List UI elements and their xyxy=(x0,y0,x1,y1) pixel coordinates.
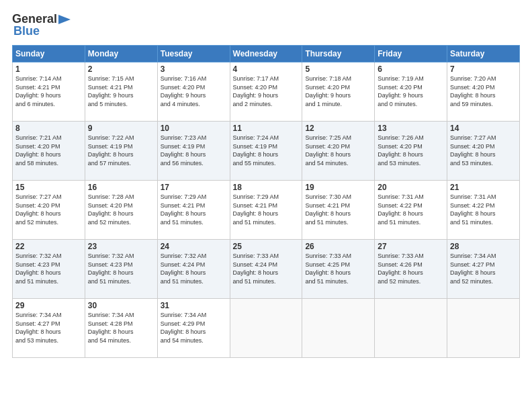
day-info: Sunrise: 7:29 AMSunset: 4:21 PMDaylight:… xyxy=(233,193,300,226)
day-number: 5 xyxy=(305,64,371,74)
page-header: General Blue xyxy=(12,12,520,38)
day-number: 28 xyxy=(450,242,517,251)
day-number: 1 xyxy=(15,64,82,74)
calendar-day-3: 3Sunrise: 7:16 AMSunset: 4:20 PMDaylight… xyxy=(157,62,230,122)
calendar-day-11: 11Sunrise: 7:24 AMSunset: 4:19 PMDayligh… xyxy=(230,122,302,181)
svg-marker-0 xyxy=(58,15,71,24)
day-info: Sunrise: 7:32 AMSunset: 4:24 PMDaylight:… xyxy=(161,252,227,285)
day-info: Sunrise: 7:26 AMSunset: 4:20 PMDaylight:… xyxy=(378,134,444,167)
calendar-day-17: 17Sunrise: 7:29 AMSunset: 4:21 PMDayligh… xyxy=(157,181,230,240)
day-info: Sunrise: 7:32 AMSunset: 4:23 PMDaylight:… xyxy=(15,252,82,285)
calendar-day-20: 20Sunrise: 7:31 AMSunset: 4:22 PMDayligh… xyxy=(375,181,447,240)
calendar-day-4: 4Sunrise: 7:17 AMSunset: 4:20 PMDaylight… xyxy=(230,62,302,122)
calendar-week-row: 8Sunrise: 7:21 AMSunset: 4:20 PMDaylight… xyxy=(13,122,520,181)
day-info: Sunrise: 7:31 AMSunset: 4:22 PMDaylight:… xyxy=(378,193,444,226)
day-number: 12 xyxy=(305,124,371,133)
calendar-empty-cell xyxy=(375,299,447,358)
calendar-day-10: 10Sunrise: 7:23 AMSunset: 4:19 PMDayligh… xyxy=(157,122,230,181)
day-number: 2 xyxy=(88,64,154,74)
calendar-day-7: 7Sunrise: 7:20 AMSunset: 4:20 PMDaylight… xyxy=(447,62,520,122)
col-header-friday: Friday xyxy=(375,46,447,62)
calendar-day-25: 25Sunrise: 7:33 AMSunset: 4:24 PMDayligh… xyxy=(230,240,302,299)
day-info: Sunrise: 7:19 AMSunset: 4:20 PMDaylight:… xyxy=(378,75,444,108)
day-number: 24 xyxy=(161,242,227,251)
day-info: Sunrise: 7:23 AMSunset: 4:19 PMDaylight:… xyxy=(161,134,227,167)
day-info: Sunrise: 7:15 AMSunset: 4:21 PMDaylight:… xyxy=(88,75,154,108)
day-number: 27 xyxy=(378,242,444,251)
day-number: 3 xyxy=(161,64,227,74)
col-header-saturday: Saturday xyxy=(447,46,520,62)
calendar-day-16: 16Sunrise: 7:28 AMSunset: 4:20 PMDayligh… xyxy=(85,181,157,240)
day-info: Sunrise: 7:31 AMSunset: 4:22 PMDaylight:… xyxy=(450,193,517,226)
day-info: Sunrise: 7:30 AMSunset: 4:21 PMDaylight:… xyxy=(305,193,371,226)
col-header-wednesday: Wednesday xyxy=(230,46,302,62)
day-number: 13 xyxy=(378,124,444,133)
calendar-day-1: 1Sunrise: 7:14 AMSunset: 4:21 PMDaylight… xyxy=(13,62,85,122)
logo: General Blue xyxy=(12,12,72,38)
day-number: 6 xyxy=(378,64,444,74)
day-number: 30 xyxy=(88,301,154,310)
day-info: Sunrise: 7:27 AMSunset: 4:20 PMDaylight:… xyxy=(450,134,517,167)
calendar-week-row: 1Sunrise: 7:14 AMSunset: 4:21 PMDaylight… xyxy=(13,62,520,122)
day-number: 31 xyxy=(161,301,227,310)
day-number: 26 xyxy=(305,242,371,251)
calendar-day-8: 8Sunrise: 7:21 AMSunset: 4:20 PMDaylight… xyxy=(13,122,85,181)
day-info: Sunrise: 7:25 AMSunset: 4:20 PMDaylight:… xyxy=(305,134,371,167)
page-container: General Blue SundayMondayTuesdayWednesda… xyxy=(0,0,532,411)
day-info: Sunrise: 7:29 AMSunset: 4:21 PMDaylight:… xyxy=(161,193,227,226)
day-number: 11 xyxy=(233,124,300,133)
calendar-day-31: 31Sunrise: 7:34 AMSunset: 4:29 PMDayligh… xyxy=(157,299,230,358)
day-info: Sunrise: 7:34 AMSunset: 4:27 PMDaylight:… xyxy=(450,252,517,285)
day-number: 17 xyxy=(161,183,227,192)
calendar-empty-cell xyxy=(447,299,520,358)
col-header-monday: Monday xyxy=(85,46,157,62)
calendar-header-row: SundayMondayTuesdayWednesdayThursdayFrid… xyxy=(13,46,520,62)
day-info: Sunrise: 7:21 AMSunset: 4:20 PMDaylight:… xyxy=(15,134,82,167)
day-number: 25 xyxy=(233,242,300,251)
day-number: 10 xyxy=(161,124,227,133)
day-number: 29 xyxy=(15,301,82,310)
calendar-day-5: 5Sunrise: 7:18 AMSunset: 4:20 PMDaylight… xyxy=(302,62,375,122)
calendar-day-27: 27Sunrise: 7:33 AMSunset: 4:26 PMDayligh… xyxy=(375,240,447,299)
day-info: Sunrise: 7:34 AMSunset: 4:29 PMDaylight:… xyxy=(161,311,227,345)
calendar-day-14: 14Sunrise: 7:27 AMSunset: 4:20 PMDayligh… xyxy=(447,122,520,181)
calendar-week-row: 15Sunrise: 7:27 AMSunset: 4:20 PMDayligh… xyxy=(13,181,520,240)
day-number: 7 xyxy=(450,64,517,74)
day-info: Sunrise: 7:16 AMSunset: 4:20 PMDaylight:… xyxy=(161,75,227,108)
day-info: Sunrise: 7:17 AMSunset: 4:20 PMDaylight:… xyxy=(233,75,300,108)
day-info: Sunrise: 7:33 AMSunset: 4:24 PMDaylight:… xyxy=(233,252,300,285)
col-header-sunday: Sunday xyxy=(13,46,85,62)
calendar-day-30: 30Sunrise: 7:34 AMSunset: 4:28 PMDayligh… xyxy=(85,299,157,358)
day-info: Sunrise: 7:28 AMSunset: 4:20 PMDaylight:… xyxy=(88,193,154,226)
calendar-day-29: 29Sunrise: 7:34 AMSunset: 4:27 PMDayligh… xyxy=(13,299,85,358)
day-number: 8 xyxy=(15,124,82,133)
calendar-table: SundayMondayTuesdayWednesdayThursdayFrid… xyxy=(12,45,520,358)
day-info: Sunrise: 7:33 AMSunset: 4:26 PMDaylight:… xyxy=(378,252,444,285)
day-number: 4 xyxy=(233,64,300,74)
day-info: Sunrise: 7:34 AMSunset: 4:27 PMDaylight:… xyxy=(15,311,82,345)
calendar-day-2: 2Sunrise: 7:15 AMSunset: 4:21 PMDaylight… xyxy=(85,62,157,122)
day-info: Sunrise: 7:34 AMSunset: 4:28 PMDaylight:… xyxy=(88,311,154,345)
day-info: Sunrise: 7:32 AMSunset: 4:23 PMDaylight:… xyxy=(88,252,154,285)
calendar-day-18: 18Sunrise: 7:29 AMSunset: 4:21 PMDayligh… xyxy=(230,181,302,240)
day-number: 22 xyxy=(15,242,82,251)
col-header-tuesday: Tuesday xyxy=(157,46,230,62)
calendar-day-15: 15Sunrise: 7:27 AMSunset: 4:20 PMDayligh… xyxy=(13,181,85,240)
day-number: 16 xyxy=(88,183,154,192)
calendar-day-13: 13Sunrise: 7:26 AMSunset: 4:20 PMDayligh… xyxy=(375,122,447,181)
calendar-day-24: 24Sunrise: 7:32 AMSunset: 4:24 PMDayligh… xyxy=(157,240,230,299)
day-number: 9 xyxy=(88,124,154,133)
day-info: Sunrise: 7:14 AMSunset: 4:21 PMDaylight:… xyxy=(15,75,82,108)
calendar-day-21: 21Sunrise: 7:31 AMSunset: 4:22 PMDayligh… xyxy=(447,181,520,240)
calendar-day-23: 23Sunrise: 7:32 AMSunset: 4:23 PMDayligh… xyxy=(85,240,157,299)
calendar-empty-cell xyxy=(230,299,302,358)
calendar-day-22: 22Sunrise: 7:32 AMSunset: 4:23 PMDayligh… xyxy=(13,240,85,299)
calendar-day-26: 26Sunrise: 7:33 AMSunset: 4:25 PMDayligh… xyxy=(302,240,375,299)
day-info: Sunrise: 7:20 AMSunset: 4:20 PMDaylight:… xyxy=(450,75,517,108)
day-number: 21 xyxy=(450,183,517,192)
calendar-day-19: 19Sunrise: 7:30 AMSunset: 4:21 PMDayligh… xyxy=(302,181,375,240)
calendar-empty-cell xyxy=(302,299,375,358)
day-info: Sunrise: 7:22 AMSunset: 4:19 PMDaylight:… xyxy=(88,134,154,167)
calendar-week-row: 29Sunrise: 7:34 AMSunset: 4:27 PMDayligh… xyxy=(13,299,520,358)
day-info: Sunrise: 7:27 AMSunset: 4:20 PMDaylight:… xyxy=(15,193,82,226)
